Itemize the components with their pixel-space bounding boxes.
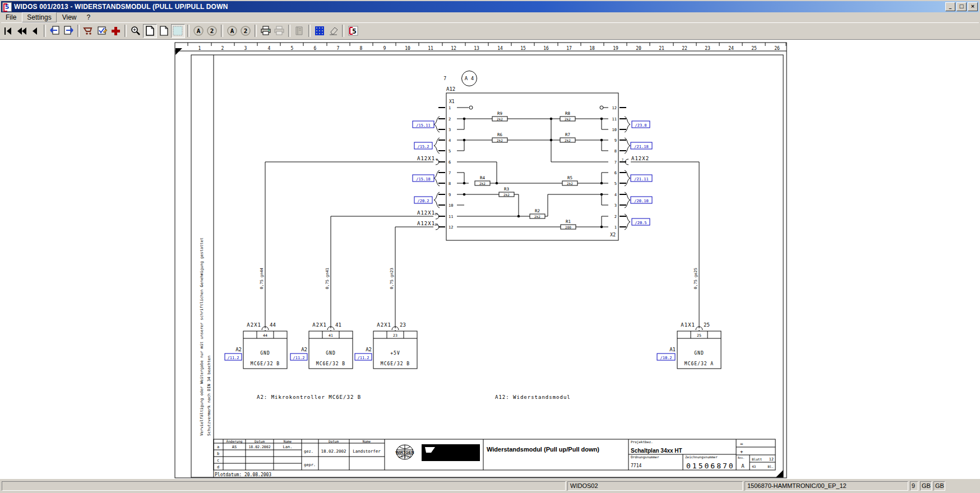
svg-text:26: 26 [774,46,780,51]
maximize-button[interactable]: □ [956,2,967,11]
toolbar-separator [44,25,46,37]
svg-text:15: 15 [520,46,526,51]
svg-text:2: 2 [449,117,451,122]
status-lang-1: GB [920,481,932,491]
svg-text:A2: A2 [366,347,372,352]
svg-text:20: 20 [636,46,641,51]
svg-text:c: c [217,458,219,463]
svg-text:Datum: Datum [255,439,265,443]
svg-text:/20.2: /20.2 [417,199,429,203]
svg-text:/11.2: /11.2 [357,356,369,360]
print-alt-icon [273,25,286,38]
status-document: 1506870-HAMMTRONIC/00_EP_12 [745,481,908,491]
doc-forward-icon[interactable] [62,25,75,38]
drawing-title: Widerstandsmodul (Pull up/Pull down) [487,446,599,453]
doc-backward-icon[interactable] [49,25,62,38]
svg-text:MC6E/32 B: MC6E/32 B [251,361,280,366]
svg-text:2k2: 2k2 [565,138,571,142]
blank-frame-icon[interactable] [171,24,185,38]
svg-text:1: 1 [614,225,617,230]
svg-text:/20.5: /20.5 [635,221,646,225]
print-icon[interactable] [260,25,272,38]
resistors: 2k2R9 2k2R8 2k2R6 2k2R7 2k2R4 2k2R5 2k2R… [475,111,577,229]
svg-text:2k2: 2k2 [567,182,573,185]
svg-text:Änderung: Änderung [226,439,243,444]
toolbar-separator [124,25,127,37]
svg-text:7: 7 [614,160,617,165]
svg-text:10: 10 [612,128,617,132]
menu-settings[interactable]: Settings [22,12,56,22]
svg-text:=: = [740,441,743,447]
menu-help[interactable]: ? [82,13,95,22]
ruler-numbers: 1234567891011121314151617181920212223242… [198,46,780,51]
margin-note: Vervielfältigung oder Weitergabe nur mit… [200,238,211,436]
page-portrait-icon[interactable] [143,24,157,38]
eraser-icon[interactable] [327,25,340,38]
edit-check-sheet-icon[interactable] [96,25,109,38]
svg-text:/11.2: /11.2 [227,356,239,360]
open-terminal [469,106,473,109]
svg-text:Ordnungsnummer: Ordnungsnummer [631,455,659,459]
statusbar: WIDOS02 1506870-HAMMTRONIC/00_EP_12 9 GB… [0,479,980,493]
svg-text:1: 1 [449,106,451,110]
close-button[interactable]: × [968,2,978,11]
svg-text:5: 5 [352,27,357,35]
svg-text:12: 12 [434,223,438,226]
copyright-note-line2: Schutzvermerk nach DIN 34 beachten [207,356,211,436]
svg-text:2k2: 2k2 [565,117,571,121]
minimize-button[interactable]: _ [945,2,955,11]
nav-first-icon[interactable] [2,25,15,38]
parts-list-cart-icon[interactable] [82,25,95,38]
menu-view[interactable]: View [58,13,81,22]
page-landscape-icon[interactable] [158,25,170,38]
svg-text:18: 18 [589,46,595,51]
svg-text:8: 8 [360,46,363,51]
screen-grid-icon[interactable] [313,25,326,38]
corner-mark-bottom-right [776,470,783,477]
svg-text:16: 16 [543,46,549,51]
hamm-logo: HAMM. [422,444,480,461]
svg-text:7: 7 [337,46,340,51]
svg-text:2k2: 2k2 [534,215,540,218]
svg-text:4: 4 [614,193,617,197]
device-blocks: A2X144 44 GND MC6E/32 B A2 /11.2 A2X141 … [225,322,721,369]
svg-text:0,75 gn23: 0,75 gn23 [390,268,394,289]
nav-prev-fast-icon[interactable] [15,25,28,38]
wire-labels: 0,75 gn44 0,75 gn41 0,75 gn23 0,75 ge25 [260,268,698,289]
svg-text:A1X1: A1X1 [681,322,695,328]
nav-prev-icon[interactable] [29,25,41,38]
svg-text:8: 8 [614,149,617,154]
svg-text:19: 19 [613,46,618,51]
status-workstation: WIDOS02 [567,481,743,491]
svg-text:7: 7 [449,171,451,175]
svg-text:A2X1: A2X1 [312,322,327,328]
svg-text:A2: A2 [235,347,242,352]
svg-text:A: A [197,27,201,35]
svg-text:A2: A2 [301,347,307,352]
add-red-plus-icon[interactable] [109,25,122,38]
corner-mark-top-left [175,48,182,55]
project-name: Schaltplan 34xx HT [631,448,682,454]
svg-text:Zeichnungsnummer: Zeichnungsnummer [685,455,718,459]
svg-text:/15.11: /15.11 [416,123,430,128]
svg-text:25: 25 [751,46,757,51]
block-plug-arcs [262,327,702,331]
svg-text:+: + [740,449,743,454]
menu-file[interactable]: File [1,13,21,22]
drawing-canvas[interactable]: 1234567891011121314151617181920212223242… [0,39,980,480]
svg-text:2k2: 2k2 [497,117,503,121]
ruler-ticks [188,43,786,46]
svg-text:2: 2 [210,27,214,35]
svg-text:11: 11 [428,46,433,51]
svg-text:6: 6 [449,160,451,165]
zoom-in-icon[interactable] [130,25,142,38]
svg-text:3: 3 [449,128,451,132]
pin-numbers: 123456789101112 121110987654321 [449,106,617,230]
annotation-a12: A12: Widerstandsmodul [495,394,571,400]
svg-text:A: A [230,27,234,35]
svg-text:21: 21 [659,46,664,51]
svg-text:10: 10 [405,46,410,51]
svg-text:R5: R5 [567,175,572,180]
svg-text:0,75 gn41: 0,75 gn41 [325,268,330,289]
svg-text:6: 6 [614,171,617,175]
